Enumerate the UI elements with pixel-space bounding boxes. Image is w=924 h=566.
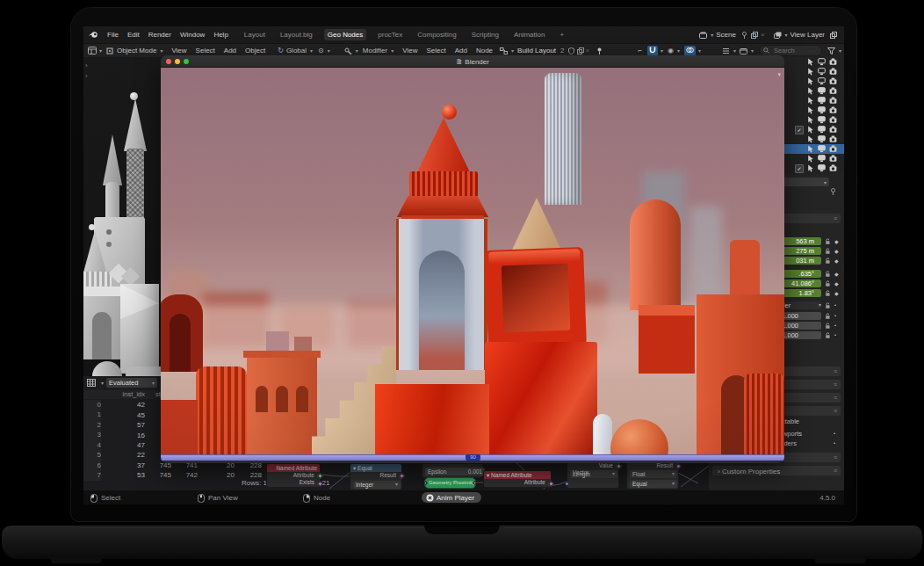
overlays-icon[interactable] — [684, 46, 696, 56]
node-tree-type-dropdown[interactable]: ▾ Modifier▾ — [344, 47, 393, 54]
table-row[interactable]: 7537457422022810. — [83, 470, 395, 480]
checkbox[interactable]: ✓ — [795, 164, 804, 173]
keyframe-icon[interactable]: • — [834, 323, 836, 328]
lock-icon[interactable] — [825, 302, 831, 309]
editor-type-icon[interactable] — [88, 47, 97, 54]
mode-dropdown[interactable]: Object Mode▾ — [106, 47, 162, 54]
menu-file[interactable]: File — [107, 31, 119, 39]
blender-logo-icon[interactable] — [89, 31, 98, 39]
user-count-badge[interactable]: 2 — [560, 47, 564, 54]
column-header[interactable]: inst_idx — [101, 390, 145, 399]
render-window[interactable]: 🗎 Blender — [161, 55, 784, 463]
outliner-display-dropdown[interactable]: ▾ — [722, 47, 736, 54]
workspace-tab-compositing[interactable]: Compositing — [414, 29, 459, 40]
copy-icon[interactable] — [751, 32, 758, 39]
lock-icon[interactable] — [825, 290, 831, 297]
workspace-tab-animation[interactable]: Animation — [510, 29, 549, 40]
equal-type-dropdown[interactable]: Integer▾ — [353, 481, 401, 489]
node-geometry-proximity[interactable]: › Geometry Proximity — [424, 477, 476, 489]
node-epsilon-body[interactable]: Epsilon0.001 — [422, 463, 483, 478]
close-icon[interactable]: × — [761, 31, 765, 39]
proportional-edit-dropdown[interactable]: ◉▾ — [668, 47, 680, 54]
lock-icon[interactable] — [825, 248, 831, 255]
snap-magnet-icon[interactable] — [647, 46, 658, 56]
pivot-dropdown[interactable]: ⊙▾ — [318, 47, 330, 54]
node-menu-select[interactable]: Select — [426, 47, 445, 54]
node-menu-node[interactable]: Node — [476, 47, 493, 54]
pin-icon[interactable] — [830, 188, 836, 195]
scene-selector[interactable]: ▾ Scene — [699, 31, 736, 39]
keyframe-icon[interactable]: ◆ — [834, 258, 839, 264]
filter-funnel-dropdown[interactable]: ▾ — [827, 47, 841, 54]
keyframe-dot[interactable]: • — [834, 431, 835, 436]
shield-icon[interactable] — [568, 47, 574, 54]
region-toggle-icon[interactable]: › — [85, 62, 88, 69]
viewport-clay-preview[interactable]: › › — [83, 57, 161, 376]
keyframe-icon[interactable]: ◆ — [834, 271, 839, 277]
keyframe-icon[interactable]: ◆ — [834, 290, 839, 296]
workspace-tab-add[interactable]: + — [556, 29, 567, 40]
proportional-icon: ◉ — [668, 47, 674, 54]
node-named-attribute[interactable]: ▾ Named Attribute Attribute — [483, 470, 552, 488]
socket[interactable] — [565, 482, 569, 486]
lock-icon[interactable] — [825, 323, 831, 330]
keyframe-icon[interactable]: ◆ — [834, 238, 839, 244]
node-menu-view[interactable]: View — [402, 47, 417, 54]
lock-icon[interactable] — [825, 258, 831, 265]
checkbox[interactable]: ✓ — [795, 126, 804, 134]
node-named-attribute-input[interactable]: Named Attribute Attribute Exists — [266, 463, 321, 488]
keyframe-icon[interactable]: • — [834, 332, 836, 337]
custom-properties-panel[interactable]: › Custom Properties — [718, 468, 780, 475]
lock-icon[interactable] — [825, 280, 831, 287]
keyframe-icon[interactable]: ◆ — [834, 248, 839, 254]
frame-indicator[interactable]: 90 — [466, 454, 480, 461]
menu-render[interactable]: Render — [148, 31, 171, 39]
lock-icon[interactable] — [825, 238, 831, 245]
keyframe-dot[interactable]: • — [834, 440, 835, 446]
lock-icon[interactable] — [825, 313, 831, 320]
spreadsheet-icon[interactable] — [87, 379, 96, 387]
menu-window[interactable]: Window — [180, 31, 205, 39]
region-toggle-icon[interactable]: › — [85, 73, 88, 80]
pin-icon[interactable] — [741, 32, 747, 39]
copy-icon[interactable] — [830, 32, 837, 39]
viewport-menu-select[interactable]: Select — [196, 47, 215, 54]
viewport-menu-view[interactable]: View — [171, 47, 186, 54]
keyframe-icon[interactable]: • — [834, 313, 836, 318]
workspace-tab-scripting[interactable]: Scripting — [468, 29, 502, 40]
epsilon-field[interactable]: Epsilon0.001 — [425, 468, 485, 475]
view-gizmo-dropdown-icon[interactable]: ▾ — [777, 71, 781, 77]
viewport-menu-add[interactable]: Add — [224, 47, 236, 54]
node-vector-math[interactable]: Value Length▾ Vector — [567, 461, 619, 489]
node-menu-add[interactable]: Add — [455, 47, 467, 54]
lock-icon[interactable] — [825, 271, 831, 278]
close-icon[interactable]: × — [586, 47, 590, 54]
node-tree-name[interactable]: ▾ Build Layout 2 — [500, 47, 565, 54]
workspace-tab-layout[interactable]: Layout — [241, 29, 269, 40]
workspace-tab-proctex[interactable]: procTex — [374, 29, 406, 40]
node-compare[interactable]: Result Float▾ Equal▾ — [626, 461, 679, 490]
workspace-tab-geo-nodes[interactable]: Geo Nodes — [324, 29, 366, 40]
workspace-tab-layout-big[interactable]: Layout.big — [277, 29, 316, 40]
keyframe-icon[interactable]: • — [834, 302, 836, 308]
anim-player-button[interactable]: Anim Player — [422, 492, 481, 503]
copy-icon[interactable] — [577, 47, 584, 54]
render-window-titlebar[interactable]: 🗎 Blender — [161, 55, 784, 68]
compare-type-dropdown[interactable]: Float▾ — [630, 470, 677, 478]
pin-icon[interactable] — [596, 47, 603, 54]
menu-help[interactable]: Help — [213, 31, 227, 39]
outliner-filter-dropdown[interactable]: ▾ — [740, 47, 754, 54]
lock-icon[interactable] — [825, 332, 831, 339]
viewport-menu-object[interactable]: Object — [245, 47, 265, 54]
parent-snap-icon[interactable]: ⌐ — [638, 47, 642, 54]
compare-op-dropdown[interactable]: Equal▾ — [630, 480, 677, 488]
socket[interactable] — [424, 480, 428, 486]
dataset-dropdown[interactable]: Evaluated▾ — [106, 378, 157, 388]
search-input[interactable] — [772, 46, 818, 55]
node-equal[interactable]: ▾ Equal Result Integer▾ — [350, 463, 402, 490]
view-layer-selector[interactable]: ▾ View Layer — [774, 31, 825, 39]
orientation-dropdown[interactable]: ↻ Global▾ — [278, 47, 313, 54]
keyframe-icon[interactable]: ◆ — [834, 280, 839, 287]
menu-edit[interactable]: Edit — [127, 31, 140, 39]
status-select-label: Select — [101, 495, 120, 502]
